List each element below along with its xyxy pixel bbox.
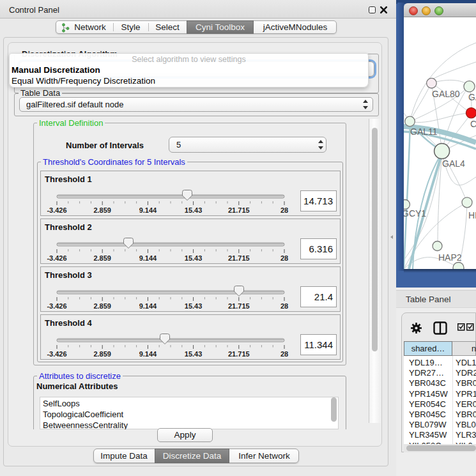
svg-text:Threshold 3: Threshold 3 — [45, 270, 92, 280]
svg-text:GAL80: GAL80 — [432, 89, 460, 99]
svg-text:9.144: 9.144 — [139, 206, 157, 214]
svg-text:Threshold 1: Threshold 1 — [45, 174, 92, 184]
svg-text:28: 28 — [280, 206, 288, 214]
svg-text:CY: CY — [470, 119, 476, 129]
svg-text:21.715: 21.715 — [228, 350, 250, 358]
svg-text:GAL4: GAL4 — [442, 158, 465, 169]
svg-text:21.715: 21.715 — [228, 302, 250, 310]
svg-text:Threshold 2: Threshold 2 — [45, 222, 92, 232]
svg-text:14.713: 14.713 — [303, 196, 333, 206]
svg-text:9.144: 9.144 — [139, 254, 157, 262]
svg-text:GCY1: GCY1 — [404, 208, 426, 219]
svg-text:15.43: 15.43 — [185, 254, 203, 262]
svg-text:21.715: 21.715 — [228, 206, 250, 214]
svg-text:9.144: 9.144 — [139, 302, 157, 310]
svg-text:21.715: 21.715 — [228, 254, 250, 262]
svg-text:GAL11: GAL11 — [410, 127, 438, 137]
svg-text:15.43: 15.43 — [185, 206, 203, 214]
svg-text:2.859: 2.859 — [93, 302, 111, 310]
svg-text:-3.426: -3.426 — [47, 302, 66, 310]
svg-text:28: 28 — [280, 254, 288, 262]
svg-text:2.859: 2.859 — [93, 206, 111, 214]
svg-text:11.344: 11.344 — [304, 339, 333, 350]
svg-text:HI: HI — [468, 210, 476, 220]
svg-text:28: 28 — [280, 350, 288, 358]
svg-text:-3.426: -3.426 — [47, 350, 66, 358]
svg-text:21.4: 21.4 — [314, 291, 333, 302]
svg-text:2.859: 2.859 — [93, 254, 111, 262]
svg-text:15.43: 15.43 — [185, 302, 203, 310]
svg-text:28: 28 — [280, 302, 288, 310]
svg-text:9.144: 9.144 — [139, 350, 157, 358]
svg-text:15.43: 15.43 — [185, 350, 203, 358]
svg-text:HAP2: HAP2 — [438, 252, 462, 263]
svg-text:-3.426: -3.426 — [47, 206, 66, 214]
svg-text:6.316: 6.316 — [309, 243, 333, 254]
svg-text:GA: GA — [468, 92, 476, 102]
svg-text:-3.426: -3.426 — [47, 254, 66, 262]
svg-text:Threshold 4: Threshold 4 — [45, 318, 92, 328]
svg-text:2.859: 2.859 — [93, 350, 111, 358]
